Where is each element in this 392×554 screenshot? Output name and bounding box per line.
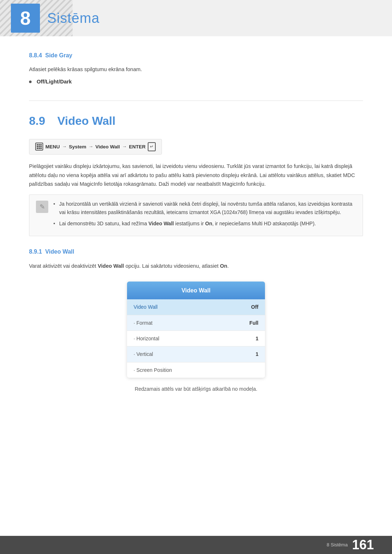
vw-menu-header: Video Wall <box>127 282 265 300</box>
chapter-number: 8 <box>20 9 31 28</box>
section-891-bold2: On <box>220 263 227 269</box>
note-bold-videowall: Video Wall <box>148 221 174 226</box>
menu-grid-icon <box>37 144 42 149</box>
section-891-title: 8.9.1 Video Wall <box>29 247 363 257</box>
page-header: 8 Sistēma <box>0 0 392 36</box>
note-bullet-2: Lai demonstrētu 3D saturu, kad režīma Vi… <box>53 219 356 228</box>
main-content: 8.8.4 Side Gray Atlasiet pelēkās krāsas … <box>0 36 392 426</box>
note-bold-on: On <box>205 221 212 226</box>
vw-row-format: · Format Full <box>127 315 265 331</box>
section-891-body: Varat aktivizēt vai deaktivizēt Video Wa… <box>29 262 363 271</box>
note-bullets-list: Ja horizontālā un vertikālā virzienā ir … <box>53 200 356 228</box>
section-89-title: Video Wall <box>57 112 115 130</box>
section-89-body: Pielāgojiet vairāku displeju izkārtojumu… <box>29 162 363 189</box>
video-wall-menu-container: Video Wall Video Wall Off · Format Full … <box>29 282 363 378</box>
menu-path-arrow3: → <box>122 143 127 151</box>
chapter-number-box: 8 <box>11 4 40 33</box>
vw-label-videowall: Video Wall <box>134 303 158 311</box>
note-bullet-1: Ja horizontālā un vertikālā virzienā ir … <box>53 200 356 217</box>
menu-path-arrow1: → <box>62 143 67 151</box>
menu-path-enter-label: ENTER <box>129 143 146 151</box>
section-891-bold1: Video Wall <box>98 263 124 269</box>
bullet-text: Off/Light/Dark <box>37 78 72 86</box>
bullet-off-light-dark: Off/Light/Dark <box>29 78 363 86</box>
vw-label-horizontal: · Horizontal <box>134 335 159 342</box>
menu-icon <box>35 143 43 151</box>
vw-row-horizontal: · Horizontal 1 <box>127 331 265 346</box>
menu-path-bar: MENU → System → Video Wall → ENTER ↵ <box>29 139 162 155</box>
section-divider <box>29 100 363 101</box>
vw-value-videowall: Off <box>251 303 258 311</box>
footer-section-label: 8 Sistēma <box>327 541 348 549</box>
note-box: ✎ Ja horizontālā un vertikālā virzienā i… <box>29 194 363 236</box>
image-caption: Redzamais attēls var būt atšķirīgs atkar… <box>29 385 363 393</box>
section-884-body: Atlasiet pelēkās krāsas spilgtumu ekrāna… <box>29 65 363 74</box>
section-884-title: 8.8.4 Side Gray <box>29 51 363 60</box>
vw-value-horizontal: 1 <box>256 335 258 342</box>
vw-label-format: · Format <box>134 319 152 327</box>
vw-row-videowall: Video Wall Off <box>127 299 265 315</box>
menu-path-menu: MENU <box>45 143 60 151</box>
enter-icon: ↵ <box>148 142 156 151</box>
note-pencil-icon: ✎ <box>36 201 48 213</box>
menu-path-system: System <box>69 143 86 151</box>
page-footer: 8 Sistēma 161 <box>0 536 392 554</box>
section-891: 8.9.1 Video Wall Varat aktivizēt vai dea… <box>29 247 363 393</box>
vw-label-screen-position: · Screen Position <box>134 366 172 374</box>
menu-path-arrow2: → <box>89 143 93 151</box>
note-content: Ja horizontālā un vertikālā virzienā ir … <box>53 200 356 231</box>
bullet-dot <box>29 81 32 83</box>
vw-value-vertical: 1 <box>256 350 258 358</box>
section-89-number: 8.9 <box>29 112 51 130</box>
section-89-header: 8.9 Video Wall <box>29 112 363 130</box>
chapter-title: Sistēma <box>47 7 99 29</box>
vw-row-vertical: · Vertical 1 <box>127 346 265 362</box>
video-wall-menu: Video Wall Video Wall Off · Format Full … <box>127 282 265 378</box>
menu-path-videowall: Video Wall <box>95 143 120 151</box>
vw-label-vertical: · Vertical <box>134 350 153 358</box>
footer-page-number: 161 <box>352 538 374 551</box>
section-884: 8.8.4 Side Gray Atlasiet pelēkās krāsas … <box>29 51 363 86</box>
vw-value-format: Full <box>249 319 258 327</box>
vw-row-screen-position: · Screen Position <box>127 362 265 378</box>
